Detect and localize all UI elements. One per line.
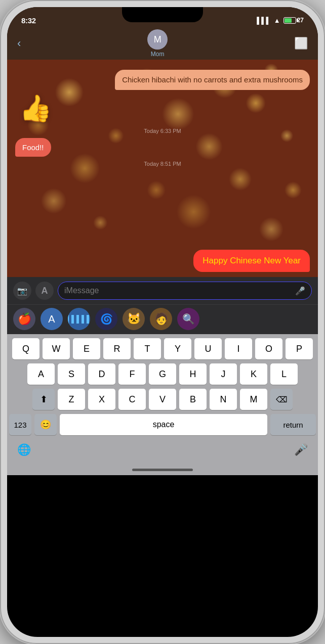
input-area: 📷 A 🎤	[7, 277, 318, 304]
key-g[interactable]: G	[149, 363, 176, 385]
key-u[interactable]: U	[194, 338, 222, 359]
keyboard-row-1: Q W E R T Y U I O P	[9, 338, 316, 359]
search-icon: 🔍	[182, 313, 195, 325]
app-strip-audio[interactable]: ▌▌▌▌▌	[68, 308, 90, 330]
notch	[122, 7, 203, 22]
chat-area: Chicken hibachi with no carrots and extr…	[7, 60, 318, 277]
home-indicator-area	[7, 467, 318, 475]
audio-icon: ▌▌▌▌▌	[68, 315, 90, 323]
return-key[interactable]: return	[270, 414, 316, 435]
timestamp-2: Today 8:51 PM	[144, 161, 181, 167]
messages-list: Chicken hibachi with no carrots and extr…	[7, 60, 318, 277]
status-time: 8:32	[21, 16, 36, 25]
keyboard-bottom-bar: 🌐 🎤	[7, 441, 318, 467]
memoji-icon: 🧑	[154, 312, 168, 326]
key-l[interactable]: L	[270, 363, 298, 385]
app-strip-animoji[interactable]: 🐱	[123, 308, 145, 330]
key-q[interactable]: Q	[12, 338, 39, 359]
key-t[interactable]: T	[134, 338, 161, 359]
camera-icon: 📷	[17, 286, 27, 296]
apps-icon: A	[42, 286, 48, 296]
swirl-icon: 🌀	[100, 313, 113, 325]
message-text: Chicken hibachi with no carrots and extr…	[122, 75, 303, 84]
keyboard-row-4: 123 😊 space return	[9, 414, 316, 435]
message-input-container[interactable]: 🎤	[58, 282, 312, 300]
shift-key[interactable]: ⬆	[32, 389, 55, 410]
camera-button[interactable]: 📷	[13, 282, 31, 300]
battery-percent: 27	[297, 17, 304, 24]
message-input[interactable]	[64, 286, 295, 295]
keyboard-row-2: A S D F G H J K L	[9, 363, 316, 385]
key-v[interactable]: V	[149, 389, 176, 410]
signal-icon: ▌▌▌	[257, 17, 271, 24]
contact-avatar: M	[147, 29, 168, 50]
message-text: Happy Chinese New Year	[202, 256, 301, 265]
battery-container: 27	[283, 17, 304, 24]
mic-icon[interactable]: 🎤	[295, 286, 305, 296]
app-strip-swirl[interactable]: 🌀	[95, 308, 117, 330]
status-icons: ▌▌▌ ▲ 27	[257, 17, 304, 24]
back-button[interactable]: ‹	[17, 37, 21, 50]
key-d[interactable]: D	[88, 363, 115, 385]
app-strip-appstore[interactable]: A	[40, 308, 63, 330]
key-k[interactable]: K	[240, 363, 267, 385]
app-strip-search[interactable]: 🔍	[177, 308, 199, 330]
key-z[interactable]: Z	[58, 389, 85, 410]
contact-name: Mom	[151, 51, 165, 58]
app-strip-memoji[interactable]: 🍎	[13, 308, 35, 330]
key-n[interactable]: N	[210, 389, 237, 410]
nav-bar: ‹ M Mom ⬜	[7, 29, 318, 60]
key-y[interactable]: Y	[164, 338, 191, 359]
globe-icon[interactable]: 🌐	[17, 443, 31, 456]
thumbs-up-sticker: 👍	[19, 93, 52, 124]
key-x[interactable]: X	[88, 389, 115, 410]
key-r[interactable]: R	[103, 338, 131, 359]
app-strip: 🍎 A ▌▌▌▌▌ 🌀 🐱 🧑 🔍	[7, 304, 318, 334]
appstore-icon: A	[48, 313, 55, 325]
timestamp-1: Today 6:33 PM	[144, 128, 181, 134]
phone-screen: 8:32 ▌▌▌ ▲ 27 ‹ M Mom ⬜	[7, 7, 318, 637]
battery-icon	[283, 17, 296, 24]
key-f[interactable]: F	[118, 363, 146, 385]
key-p[interactable]: P	[286, 338, 313, 359]
key-w[interactable]: W	[43, 338, 70, 359]
phone-frame: 8:32 ▌▌▌ ▲ 27 ‹ M Mom ⬜	[0, 0, 325, 644]
message-bubble-chinese-new-year: Happy Chinese New Year	[193, 250, 310, 272]
key-o[interactable]: O	[255, 338, 282, 359]
message-bubble-food: Food!!	[15, 138, 51, 157]
key-a[interactable]: A	[27, 363, 55, 385]
dictation-mic-icon[interactable]: 🎤	[294, 443, 308, 456]
message-bubble-sent-food-order: Chicken hibachi with no carrots and extr…	[115, 70, 310, 90]
numbers-key[interactable]: 123	[9, 414, 31, 435]
key-c[interactable]: C	[118, 389, 146, 410]
app-strip-memoji2[interactable]: 🧑	[150, 308, 172, 330]
animoji-icon: 🐱	[127, 312, 141, 326]
message-text: Food!!	[22, 143, 44, 152]
key-s[interactable]: S	[58, 363, 85, 385]
emoji-key[interactable]: 😊	[34, 414, 57, 435]
keyboard-row-3: ⬆ Z X C V B N M ⌫	[9, 389, 316, 410]
wifi-icon: ▲	[274, 17, 280, 24]
battery-fill	[285, 18, 292, 23]
key-m[interactable]: M	[240, 389, 267, 410]
key-i[interactable]: I	[225, 338, 252, 359]
key-e[interactable]: E	[73, 338, 100, 359]
video-call-button[interactable]: ⬜	[294, 37, 308, 50]
key-h[interactable]: H	[179, 363, 207, 385]
key-j[interactable]: J	[210, 363, 237, 385]
space-key[interactable]: space	[60, 414, 267, 435]
apps-button[interactable]: A	[35, 282, 54, 300]
nav-center[interactable]: M Mom	[147, 29, 168, 58]
keyboard: Q W E R T Y U I O P A S D F G H J K	[7, 334, 318, 441]
home-bar	[132, 469, 193, 471]
key-b[interactable]: B	[179, 389, 207, 410]
delete-key[interactable]: ⌫	[270, 389, 293, 410]
